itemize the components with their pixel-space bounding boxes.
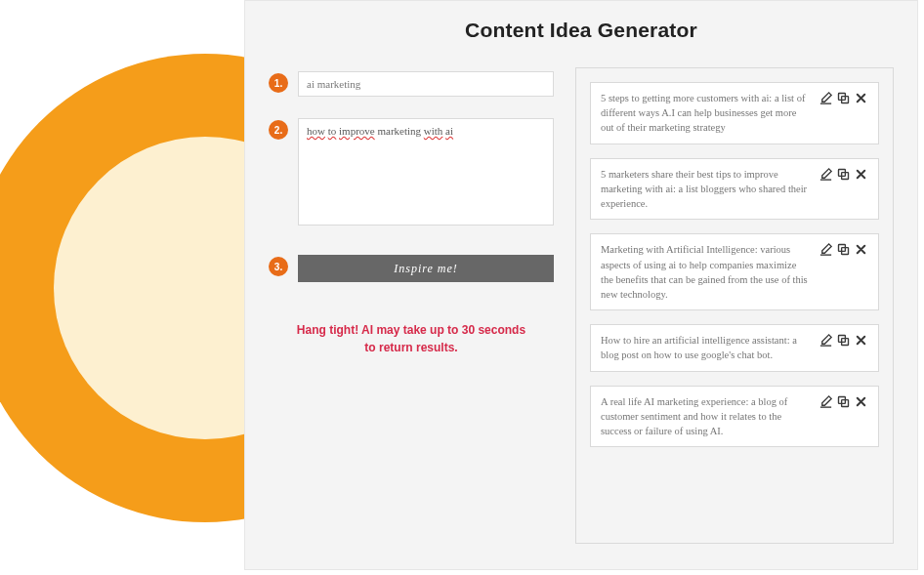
- generator-card: Content Idea Generator 1. 2. how to impr…: [244, 0, 918, 570]
- inspire-button[interactable]: Inspire me!: [298, 255, 554, 282]
- result-item: Marketing with Artificial Intelligence: …: [590, 233, 879, 310]
- result-text: 5 steps to getting more customers with a…: [601, 91, 811, 136]
- close-icon[interactable]: [854, 242, 868, 257]
- result-actions: [819, 167, 868, 182]
- copy-icon[interactable]: [836, 91, 851, 105]
- status-message: Hang tight! AI may take up to 30 seconds…: [269, 321, 554, 356]
- step-1: 1.: [269, 71, 554, 97]
- step-badge-2: 2.: [269, 120, 288, 140]
- edit-icon[interactable]: [819, 242, 833, 257]
- topic-input[interactable]: [298, 71, 554, 97]
- edit-icon[interactable]: [819, 91, 833, 105]
- result-actions: [819, 242, 868, 257]
- columns: 1. 2. how to improve marketing with ai 3…: [269, 67, 894, 544]
- prompt-textarea[interactable]: how to improve marketing with ai: [298, 118, 554, 226]
- result-text: Marketing with Artificial Intelligence: …: [601, 242, 811, 302]
- result-item: 5 marketers share their best tips to imp…: [590, 158, 879, 221]
- close-icon[interactable]: [854, 167, 868, 182]
- result-actions: [819, 394, 868, 409]
- close-icon[interactable]: [854, 91, 868, 105]
- page-title: Content Idea Generator: [269, 19, 894, 42]
- copy-icon[interactable]: [836, 394, 851, 409]
- copy-icon[interactable]: [836, 333, 851, 348]
- result-item: How to hire an artificial intelligence a…: [590, 324, 879, 371]
- result-item: 5 steps to getting more customers with a…: [590, 82, 879, 144]
- inputs-column: 1. 2. how to improve marketing with ai 3…: [269, 67, 554, 544]
- results-column: 5 steps to getting more customers with a…: [575, 67, 894, 544]
- step-badge-1: 1.: [269, 73, 288, 93]
- close-icon[interactable]: [854, 394, 868, 409]
- edit-icon[interactable]: [819, 394, 833, 409]
- step-2: 2. how to improve marketing with ai: [269, 118, 554, 226]
- result-actions: [819, 91, 868, 105]
- step-3: 3. Inspire me!: [269, 255, 554, 282]
- copy-icon[interactable]: [836, 167, 851, 182]
- edit-icon[interactable]: [819, 167, 833, 182]
- result-item: A real life AI marketing experience: a b…: [590, 386, 879, 448]
- step-badge-3: 3.: [269, 257, 288, 276]
- copy-icon[interactable]: [836, 242, 851, 257]
- result-text: 5 marketers share their best tips to imp…: [601, 167, 811, 212]
- result-actions: [819, 333, 868, 348]
- result-text: A real life AI marketing experience: a b…: [601, 394, 811, 439]
- result-text: How to hire an artificial intelligence a…: [601, 333, 811, 362]
- close-icon[interactable]: [854, 333, 868, 348]
- edit-icon[interactable]: [819, 333, 833, 348]
